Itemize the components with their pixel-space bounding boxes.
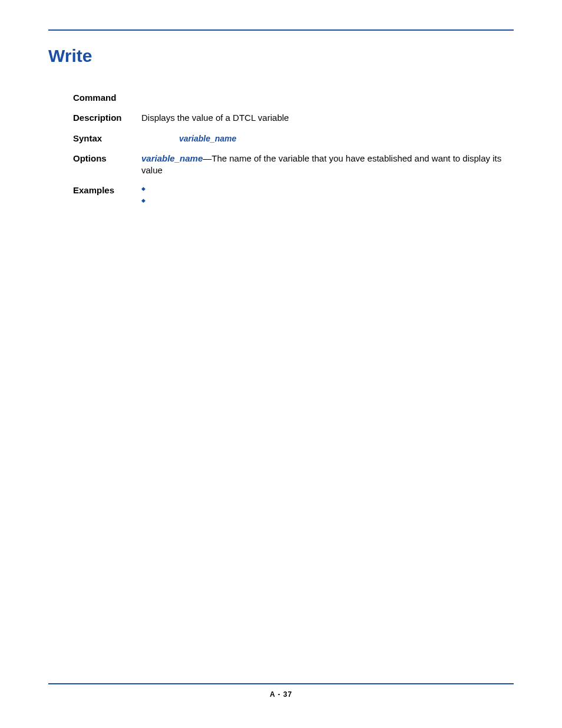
label-description: Description [73,112,141,124]
page-number: A - 37 [0,690,562,699]
footer-rule [48,683,514,684]
row-description: Description Displays the value of a DTCL… [73,112,514,124]
page: Write Command Description Displays the v… [0,0,562,728]
list-item [141,185,514,193]
label-examples: Examples [73,185,141,196]
value-options: variable_name—The name of the variable t… [141,153,514,177]
header-rule [48,29,514,31]
definition-list: Command Description Displays the value o… [73,92,514,208]
examples-list [141,185,514,205]
row-options: Options variable_name—The name of the va… [73,153,514,177]
options-param: variable_name [141,153,203,163]
row-command: Command [73,92,514,104]
value-examples [141,185,514,208]
syntax-code: variable_name [179,134,236,143]
list-item [141,196,514,205]
row-syntax: Syntax variable_name [73,133,514,144]
value-description: Displays the value of a DTCL variable [141,112,514,124]
label-syntax: Syntax [73,133,141,144]
row-examples: Examples [73,185,514,208]
label-options: Options [73,153,141,164]
page-title: Write [48,46,514,66]
value-syntax: variable_name [141,133,514,144]
label-command: Command [73,92,141,104]
